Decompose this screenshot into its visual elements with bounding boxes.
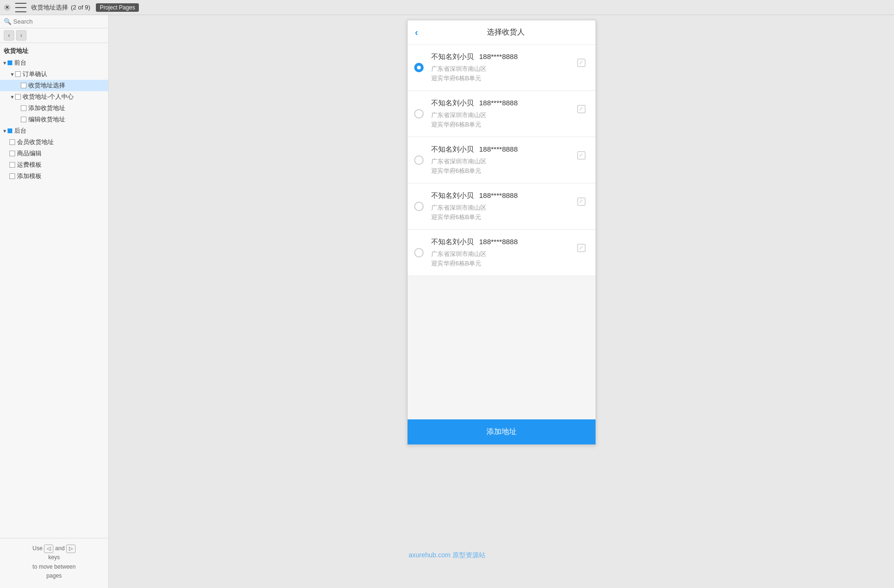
address-phone: 188****8888 [479, 238, 518, 246]
back-button[interactable]: ‹ [415, 27, 418, 38]
folder-label: 订单确认 [23, 70, 47, 78]
watermark: axurehub.com 原型资源站 [409, 551, 485, 560]
address-radio[interactable] [414, 109, 424, 119]
address-edit-button[interactable] [575, 102, 588, 116]
page-label: 运费模板 [17, 161, 42, 169]
page-icon [15, 71, 21, 77]
address-item[interactable]: 不知名刘小贝188****8888广东省深圳市南山区迎宾华府6栋B单元 [408, 91, 596, 137]
address-edit-button[interactable] [575, 56, 588, 69]
page-icon [21, 105, 26, 111]
page-icon [9, 162, 15, 168]
page-label: 添加模板 [17, 172, 42, 180]
caret-icon: ▼ [2, 60, 8, 66]
address-list: 不知名刘小贝188****8888广东省深圳市南山区迎宾华府6栋B单元不知名刘小… [408, 45, 596, 419]
address-name-phone: 不知名刘小贝188****8888 [431, 52, 571, 61]
address-content: 不知名刘小贝188****8888广东省深圳市南山区迎宾华府6栋B单元 [431, 52, 571, 83]
page-icon [15, 94, 21, 100]
caret-icon: ▼ [9, 72, 15, 77]
sidebar-item-edit-address[interactable]: 编辑收货地址 [0, 114, 108, 125]
sidebar-item-address-select[interactable]: 收货地址选择 [0, 80, 108, 91]
pagination-label: (2 of 9) [71, 4, 90, 11]
address-name-phone: 不知名刘小贝188****8888 [431, 191, 571, 200]
page-label: 商品编辑 [17, 149, 42, 158]
caret-icon: ▼ [2, 128, 8, 134]
address-detail: 广东省深圳市南山区迎宾华府6栋B单元 [431, 157, 571, 175]
address-name-phone: 不知名刘小贝188****8888 [431, 99, 571, 108]
folder-label: 后台 [14, 127, 26, 135]
sidebar-item-address-personal[interactable]: ▼ 收货地址-个人中心 [0, 91, 108, 102]
section-label: 收货地址 [0, 43, 108, 57]
address-item[interactable]: 不知名刘小贝188****8888广东省深圳市南山区迎宾华府6栋B单元 [408, 137, 596, 183]
address-phone: 188****8888 [479, 191, 518, 199]
sidebar-item-houtai[interactable]: ▼ 后台 [0, 125, 108, 136]
and-text: and [55, 545, 65, 552]
next-key-badge: ▷ [66, 545, 76, 553]
sidebar-item-qiantai[interactable]: ▼ 前台 [0, 57, 108, 68]
page-icon [9, 139, 15, 145]
address-detail: 广东省深圳市南山区迎宾华府6栋B单元 [431, 249, 571, 268]
nav-buttons: ‹ › [0, 28, 108, 43]
address-edit-button[interactable] [575, 149, 588, 162]
sidebar: 🔍 ‹ › 收货地址 ▼ 前台 ▼ 订单确认 收货地址 [0, 15, 109, 588]
address-detail: 广东省深圳市南山区迎宾华府6栋B单元 [431, 64, 571, 83]
address-name: 不知名刘小贝 [431, 238, 474, 246]
top-bar: ✕ 收货地址选择 (2 of 9) Project Pages [0, 0, 894, 15]
search-bar[interactable]: 🔍 [0, 15, 108, 28]
address-radio[interactable] [414, 202, 424, 211]
phone-frame: ‹ 选择收货人 不知名刘小贝188****8888广东省深圳市南山区迎宾华府6栋… [407, 20, 596, 445]
address-item[interactable]: 不知名刘小贝188****8888广东省深圳市南山区迎宾华府6栋B单元 [408, 230, 596, 276]
address-name: 不知名刘小贝 [431, 191, 474, 199]
address-phone: 188****8888 [479, 145, 518, 153]
page-icon [21, 117, 26, 122]
page-label: 收货地址选择 [28, 81, 65, 90]
keys-text: keys [48, 554, 60, 561]
address-name: 不知名刘小贝 [431, 52, 474, 60]
page-header: ‹ 选择收货人 [408, 20, 596, 45]
page-icon [21, 83, 26, 88]
add-address-button[interactable]: 添加地址 [408, 419, 596, 444]
address-radio[interactable] [414, 155, 424, 165]
pages-text: pages [46, 572, 62, 579]
address-radio[interactable] [414, 63, 424, 72]
caret-icon: ▼ [9, 94, 15, 100]
address-name: 不知名刘小贝 [431, 99, 474, 107]
page-label: 添加收货地址 [28, 104, 65, 112]
window-title: 收货地址选择 [31, 3, 68, 12]
address-phone: 188****8888 [479, 52, 518, 60]
address-name-phone: 不知名刘小贝188****8888 [431, 238, 571, 247]
page-label: 编辑收货地址 [28, 115, 65, 124]
folder-icon-blue [8, 60, 12, 65]
content-area: ‹ 选择收货人 不知名刘小贝188****8888广东省深圳市南山区迎宾华府6栋… [109, 15, 894, 588]
address-name: 不知名刘小贝 [431, 145, 474, 153]
prev-key-badge: ◁ [44, 545, 53, 553]
address-detail: 广东省深圳市南山区迎宾华府6栋B单元 [431, 111, 571, 129]
use-text: Use [33, 545, 43, 552]
nav-prev-button[interactable]: ‹ [4, 30, 14, 41]
sidebar-item-freight-template[interactable]: 运费模板 [0, 159, 108, 170]
sidebar-item-member-address[interactable]: 会员收货地址 [0, 136, 108, 148]
sidebar-item-add-template[interactable]: 添加模板 [0, 170, 108, 182]
page-icon [9, 173, 15, 179]
menu-button[interactable] [15, 3, 26, 12]
sidebar-help: Use ◁ and ▷ keys to move between pages [0, 538, 108, 588]
address-edit-button[interactable] [575, 241, 588, 255]
close-button[interactable]: ✕ [4, 4, 10, 11]
address-item[interactable]: 不知名刘小贝188****8888广东省深圳市南山区迎宾华府6栋B单元 [408, 45, 596, 91]
sidebar-item-order-confirm[interactable]: ▼ 订单确认 [0, 68, 108, 80]
sidebar-item-product-edit[interactable]: 商品编辑 [0, 148, 108, 159]
address-content: 不知名刘小贝188****8888广东省深圳市南山区迎宾华府6栋B单元 [431, 238, 571, 268]
address-radio[interactable] [414, 248, 424, 257]
sidebar-item-add-address[interactable]: 添加收货地址 [0, 102, 108, 114]
folder-label: 收货地址-个人中心 [23, 93, 74, 101]
address-item[interactable]: 不知名刘小贝188****8888广东省深圳市南山区迎宾华府6栋B单元 [408, 184, 596, 230]
search-input[interactable] [13, 18, 104, 25]
address-name-phone: 不知名刘小贝188****8888 [431, 145, 571, 154]
project-pages-badge: Project Pages [96, 3, 139, 12]
address-content: 不知名刘小贝188****8888广东省深圳市南山区迎宾华府6栋B单元 [431, 99, 571, 129]
folder-label: 前台 [14, 59, 26, 67]
page-label: 会员收货地址 [17, 138, 54, 146]
move-text: to move between [33, 563, 76, 570]
address-detail: 广东省深圳市南山区迎宾华府6栋B单元 [431, 203, 571, 222]
address-edit-button[interactable] [575, 195, 588, 208]
nav-next-button[interactable]: › [16, 30, 26, 41]
